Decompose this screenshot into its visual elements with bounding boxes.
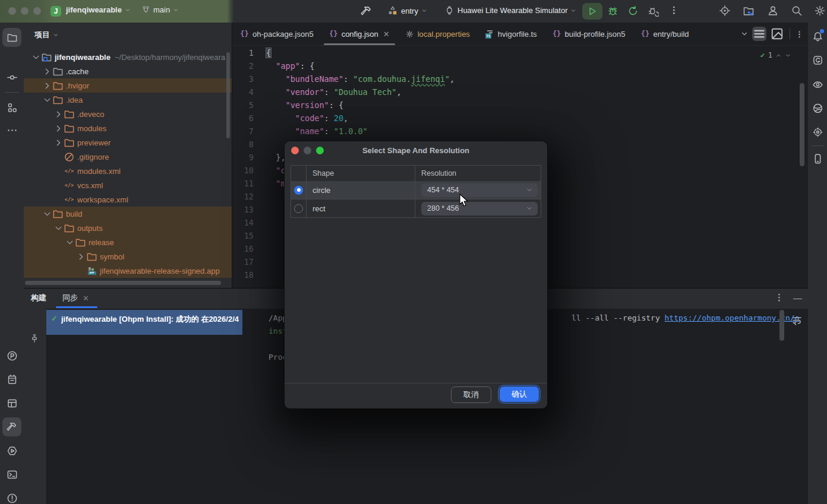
tree-item-outputs[interactable]: outputs bbox=[24, 221, 232, 235]
select-shape-resolution-dialog: Select Shape And Resolution Shape Resolu… bbox=[284, 141, 548, 409]
project-panel-header[interactable]: 项目 bbox=[34, 30, 59, 40]
settings-button[interactable] bbox=[814, 5, 826, 18]
circle-radio[interactable] bbox=[294, 186, 303, 195]
tree-item--cache[interactable]: .cache bbox=[24, 64, 232, 78]
profiler-button[interactable] bbox=[648, 5, 659, 18]
device-selector[interactable]: Huawei Lite Wearable Simulator bbox=[444, 5, 576, 15]
run-button[interactable] bbox=[582, 3, 602, 20]
tool-project-button[interactable] bbox=[2, 28, 21, 47]
tree-item-build[interactable]: build bbox=[24, 207, 232, 221]
tree-vertical-scrollbar[interactable] bbox=[226, 52, 230, 138]
circle-resolution-select[interactable]: 454 * 454 bbox=[421, 183, 538, 197]
panel-more-button[interactable]: ⋮ bbox=[775, 292, 784, 303]
tree-item-modules-xml[interactable]: </>modules.xml bbox=[24, 164, 232, 178]
close-tab-icon[interactable]: ✕ bbox=[383, 30, 390, 39]
project-structure-button[interactable] bbox=[743, 5, 755, 18]
device-manager-button[interactable] bbox=[810, 151, 825, 166]
window-minimize-button[interactable] bbox=[21, 7, 29, 15]
editor-tab-oh-package-json5[interactable]: {}oh-package.json5 bbox=[232, 23, 321, 45]
tab-list-chevron[interactable] bbox=[740, 30, 749, 38]
tool-layout-button[interactable] bbox=[2, 394, 21, 413]
tree-item-previewer[interactable]: previewer bbox=[24, 135, 232, 150]
chevron-right-icon[interactable] bbox=[53, 123, 64, 134]
account-button[interactable] bbox=[767, 5, 779, 18]
panel-minimize-button[interactable]: — bbox=[793, 293, 802, 303]
xml-file-icon: </> bbox=[64, 195, 75, 205]
tree-item-workspace-xml[interactable]: </>workspace.xml bbox=[24, 192, 232, 207]
module-selector[interactable]: entry bbox=[387, 5, 427, 16]
editor-tab-entry-build[interactable]: {}entry/build bbox=[633, 23, 697, 45]
prev-issue-button[interactable] bbox=[775, 52, 782, 59]
rerun-button[interactable] bbox=[627, 5, 639, 18]
chevron-down-icon[interactable] bbox=[42, 209, 52, 219]
project-selector[interactable]: jifenqiwearable bbox=[66, 5, 131, 14]
tool-todo-button[interactable] bbox=[2, 370, 21, 389]
branch-selector[interactable]: main bbox=[141, 5, 179, 14]
build-project-button[interactable] bbox=[361, 5, 373, 19]
console-scrollbar[interactable] bbox=[779, 310, 784, 341]
dependencies-button[interactable] bbox=[810, 124, 825, 140]
shape-row-rect[interactable]: rect280 * 456 bbox=[291, 199, 541, 217]
tree-item-jifenqiwearable-release-signed-app[interactable]: APPjifenqiwearable-release-signed.app bbox=[24, 264, 232, 278]
toolbar-more-button[interactable]: ⋮ bbox=[670, 5, 678, 15]
editor-tab-hvigorfile-ts[interactable]: TShvigorfile.ts bbox=[478, 23, 545, 45]
gradle-panel-button[interactable] bbox=[810, 52, 825, 68]
chevron-right-icon[interactable] bbox=[53, 138, 64, 148]
editor-list-view-button[interactable] bbox=[752, 27, 766, 41]
chevron-right-icon[interactable] bbox=[42, 66, 52, 77]
editor-tab-build-profile-json5[interactable]: {}build-profile.json5 bbox=[545, 23, 633, 45]
tree-item--hvigor[interactable]: .hvigor bbox=[24, 78, 232, 93]
notifications-button[interactable] bbox=[810, 28, 825, 44]
tree-horizontal-scrollbar[interactable] bbox=[25, 281, 221, 285]
locate-device-button[interactable] bbox=[719, 5, 731, 18]
chevron-right-icon[interactable] bbox=[53, 109, 64, 119]
tree-item-jifenqiwearable[interactable]: jifenqiwearable~/Desktop/harmony/jifenqi… bbox=[24, 50, 232, 64]
tool-build-button[interactable] bbox=[2, 417, 21, 436]
previewer-button[interactable] bbox=[810, 77, 825, 92]
chevron-down-icon[interactable] bbox=[31, 52, 41, 62]
tab-build[interactable]: 构建 bbox=[31, 293, 46, 303]
rect-radio[interactable] bbox=[294, 204, 303, 213]
cancel-button[interactable]: 取消 bbox=[451, 386, 491, 403]
search-everywhere-button[interactable] bbox=[791, 5, 803, 18]
tree-item-release[interactable]: release bbox=[24, 235, 232, 249]
shape-row-circle[interactable]: circle454 * 454 bbox=[291, 181, 541, 199]
tool-commit-button[interactable] bbox=[2, 68, 21, 87]
editor-tab-config-json[interactable]: {}config.json✕ bbox=[321, 23, 397, 45]
tree-item-vcs-xml[interactable]: </>vcs.xml bbox=[24, 178, 232, 192]
window-zoom-button[interactable] bbox=[33, 7, 41, 15]
tab-sync[interactable]: 同步 ✕ bbox=[62, 293, 89, 303]
debug-button[interactable] bbox=[607, 5, 618, 18]
tool-problems-button[interactable] bbox=[2, 346, 21, 365]
tree-item--gitignore[interactable]: .gitignore bbox=[24, 150, 232, 164]
next-issue-button[interactable] bbox=[785, 52, 791, 59]
editor-scrollbar[interactable] bbox=[800, 83, 804, 166]
tree-item--idea[interactable]: .idea bbox=[24, 93, 232, 107]
codelinter-button[interactable] bbox=[810, 100, 825, 116]
tree-item-modules[interactable]: modules bbox=[24, 121, 232, 135]
tree-item-symbol[interactable]: symbol bbox=[24, 249, 232, 264]
tool-services-button[interactable] bbox=[2, 441, 21, 460]
rect-resolution-select[interactable]: 280 * 456 bbox=[421, 202, 538, 215]
chevron-down-icon[interactable] bbox=[53, 223, 64, 233]
close-icon[interactable]: ✕ bbox=[83, 294, 89, 303]
chevron-right-icon[interactable] bbox=[76, 252, 86, 262]
chevron-down-icon[interactable] bbox=[42, 95, 52, 105]
tool-structure-button[interactable] bbox=[2, 98, 21, 117]
soft-wrap-icon[interactable] bbox=[791, 315, 803, 326]
tool-problems-view-button[interactable] bbox=[2, 489, 21, 504]
build-result-row[interactable]: ✓ jifenqiwearable [Ohpm Install]: 成功的 在2… bbox=[46, 310, 242, 335]
window-controls[interactable] bbox=[8, 7, 41, 15]
tool-terminal-button[interactable] bbox=[2, 465, 21, 484]
chevron-right-icon[interactable] bbox=[42, 81, 52, 91]
chevron-down-icon[interactable] bbox=[65, 237, 75, 248]
window-close-button[interactable] bbox=[8, 7, 16, 15]
tool-more-button[interactable] bbox=[2, 121, 21, 140]
editor-tab-local-properties[interactable]: local.properties bbox=[397, 23, 478, 45]
editor-preview-button[interactable] bbox=[770, 27, 784, 41]
inspection-widget[interactable]: ✓✓ 1 bbox=[760, 49, 791, 62]
tree-item--deveco[interactable]: .deveco bbox=[24, 107, 232, 121]
editor-more-button[interactable]: ⋮ bbox=[796, 30, 803, 39]
confirm-button[interactable]: 确认 bbox=[500, 386, 539, 402]
pin-icon[interactable] bbox=[30, 334, 39, 343]
